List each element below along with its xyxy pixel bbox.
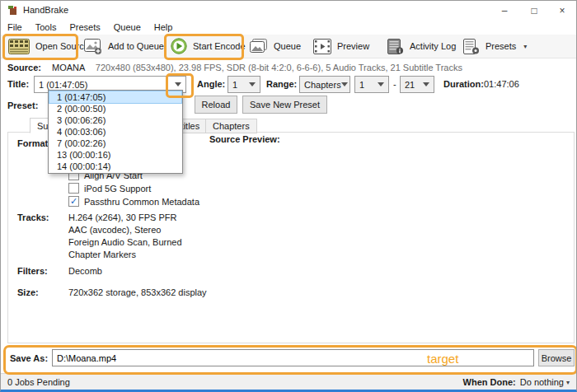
range-from-arrow-icon [378, 82, 384, 86]
tracks-line: Chapter Markers [68, 250, 136, 259]
menu-help[interactable]: Help [148, 21, 180, 34]
range-separator: - [393, 79, 396, 89]
title-option-4[interactable]: 4 (00:03:06) [49, 126, 181, 138]
add-to-queue-icon [84, 39, 102, 54]
checkbox-passthru-common-metadata[interactable]: ✓ Passthru Common Metadata [68, 196, 199, 207]
duration-label: Duration: [443, 79, 484, 89]
title-bar: HandBrake – □ × [1, 1, 576, 20]
presets-icon [463, 39, 480, 54]
activity-log-button[interactable]: Activity Log [384, 36, 459, 56]
source-name: MOANA [52, 63, 85, 72]
title-option-2[interactable]: 2 (00:00:50) [49, 103, 181, 114]
jobs-pending-status: 0 Jobs Pending [7, 377, 70, 387]
when-done-value[interactable]: Do nothing [520, 377, 564, 387]
checkbox-ipod-5g-support[interactable]: iPod 5G Support [68, 183, 151, 194]
toolbar: Open Source Add to Queue ▾ [1, 35, 576, 58]
range-to-arrow-icon [423, 82, 429, 86]
when-done-label: When Done: [463, 377, 516, 387]
size-label: Size: [17, 287, 39, 297]
start-encode-button[interactable]: Start Encode [167, 36, 249, 56]
checkbox-box[interactable]: ✓ [68, 196, 79, 207]
maximize-button[interactable]: □ [520, 1, 548, 20]
range-mode-combo[interactable]: Chapters [299, 76, 350, 93]
browse-button[interactable]: Browse [538, 349, 575, 366]
range-label: Range: [266, 79, 297, 89]
title-combo-value: 1 (01:47:05) [39, 80, 87, 90]
range-from-combo[interactable]: 1 [354, 76, 389, 93]
preset-label: Preset: [7, 100, 38, 110]
add-to-queue-button[interactable]: Add to Queue ▾ [81, 36, 178, 56]
menu-file[interactable]: File [1, 21, 29, 34]
check-icon: ✓ [70, 197, 77, 206]
tracks-line: H.264 (x264), 30 FPS PFR [68, 212, 176, 222]
tracks-line: AAC (avcodec), Stereo [68, 225, 162, 235]
save-as-input[interactable] [52, 349, 534, 366]
handbrake-logo-icon [7, 5, 18, 16]
title-option-3[interactable]: 3 (00:06:26) [49, 114, 181, 126]
checkbox-box[interactable] [68, 183, 79, 194]
range-mode-value: Chapters [304, 80, 341, 90]
queue-label: Queue [274, 41, 301, 51]
close-button[interactable]: × [548, 1, 576, 20]
menu-presets[interactable]: Presets [63, 21, 106, 34]
queue-button[interactable]: Queue [246, 36, 304, 56]
menu-bar: File Tools Presets Queue Help [1, 20, 576, 35]
source-label: Source: [7, 63, 41, 72]
checkbox-label: iPod 5G Support [84, 184, 151, 194]
handbrake-window: HandBrake – □ × File Tools Presets Queue… [0, 0, 577, 392]
reload-button[interactable]: Reload [195, 96, 237, 114]
queue-icon [250, 39, 268, 54]
title-dropdown-list: 1 (01:47:05) 2 (00:00:50) 3 (00:06:26) 4… [48, 90, 183, 174]
status-bar: 0 Jobs Pending When Done: Do nothing ▾ [1, 373, 576, 390]
when-done-caret-icon[interactable]: ▾ [566, 379, 570, 386]
tracks-label: Tracks: [17, 212, 49, 222]
save-new-preset-button[interactable]: Save New Preset [242, 96, 327, 114]
start-encode-label: Start Encode [193, 41, 246, 51]
preview-button[interactable]: Preview [310, 36, 373, 56]
menu-queue[interactable]: Queue [107, 21, 148, 34]
range-to-combo[interactable]: 21 [400, 76, 434, 93]
open-source-button[interactable]: Open Source [5, 36, 92, 56]
save-new-preset-label: Save New Preset [250, 100, 320, 110]
tracks-line: Foreign Audio Scan, Burned [68, 237, 182, 247]
start-encode-icon [171, 38, 187, 54]
minimize-button[interactable]: – [490, 1, 518, 20]
save-as-label: Save As: [10, 353, 48, 363]
tab-chapters-label: Chapters [213, 121, 250, 131]
angle-value: 1 [232, 80, 237, 90]
filters-label: Filters: [17, 266, 48, 276]
browse-label: Browse [542, 353, 572, 363]
presets-button[interactable]: Presets ▾ [460, 36, 530, 56]
duration-value: 01:47:06 [484, 79, 519, 89]
activity-log-icon [387, 39, 404, 54]
window-title: HandBrake [23, 5, 68, 15]
source-line: Source: MOANA 720x480 (853x480), 23.98 F… [7, 63, 462, 72]
format-label: Format: [17, 138, 51, 148]
activity-log-label: Activity Log [410, 41, 456, 51]
range-from-value: 1 [359, 80, 364, 90]
preview-label: Preview [337, 41, 369, 51]
range-to-value: 21 [405, 80, 415, 90]
angle-combo-arrow-icon [249, 82, 256, 86]
source-details: 720x480 (853x480), 23.98 FPS, SDR (8-bit… [96, 63, 462, 72]
filters-value: Decomb [68, 266, 102, 276]
presets-caret-icon: ▾ [523, 43, 527, 50]
open-source-icon [8, 39, 30, 54]
title-label: Title: [7, 79, 29, 89]
range-mode-arrow-icon [341, 82, 348, 86]
title-combo-arrow-icon[interactable] [175, 82, 181, 86]
angle-label: Angle: [197, 79, 225, 89]
angle-combo[interactable]: 1 [228, 76, 260, 93]
source-preview-label: Source Preview: [209, 134, 280, 144]
title-option-13[interactable]: 13 (00:00:16) [49, 149, 181, 161]
tab-chapters[interactable]: Chapters [205, 119, 257, 133]
presets-label: Presets [486, 41, 516, 51]
title-option-14[interactable]: 14 (00:00:14) [49, 161, 181, 172]
title-option-7[interactable]: 7 (00:02:26) [49, 138, 181, 149]
preview-icon [313, 39, 331, 54]
target-annotation-text: target [427, 352, 458, 366]
reload-label: Reload [202, 100, 231, 110]
title-option-1[interactable]: 1 (01:47:05) [49, 91, 181, 103]
add-to-queue-label: Add to Queue [108, 41, 164, 51]
menu-tools[interactable]: Tools [29, 21, 63, 34]
